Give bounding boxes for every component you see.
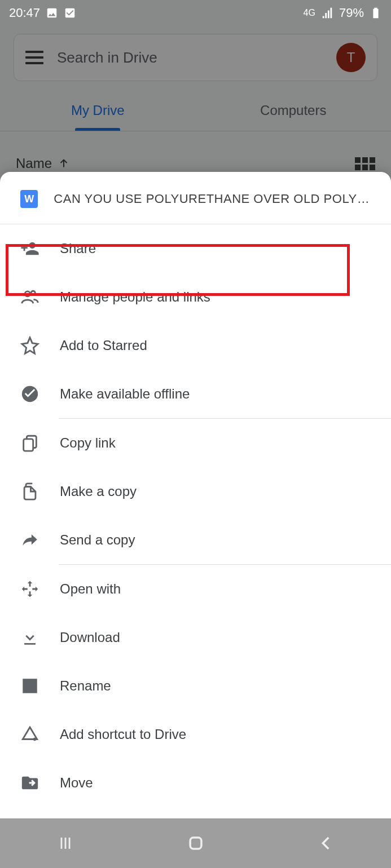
nav-back-icon[interactable] [317,834,336,853]
menu-share-label: Share [60,241,96,256]
tab-computers-label: Computers [260,103,326,118]
status-time: 20:47 [9,6,40,20]
svg-rect-5 [190,838,201,849]
menu-rename-label: Rename [60,678,111,694]
status-bar: 20:47 4G 79% [0,0,391,26]
grid-view-icon[interactable] [355,157,375,170]
drive-shortcut-icon [20,725,39,744]
divider [0,131,391,131]
svg-point-0 [25,291,30,296]
copy-link-icon [20,433,39,453]
menu-add-starred[interactable]: Add to Starred [0,321,391,370]
nav-home-icon[interactable] [186,834,205,853]
menu-send-copy[interactable]: Send a copy [0,516,391,564]
svg-point-1 [31,291,35,295]
arrow-up-icon [58,157,70,170]
battery-icon [370,7,382,19]
menu-shortcut-label: Add shortcut to Drive [60,727,186,742]
nav-recents-icon[interactable] [56,834,75,853]
rename-pencil-icon [20,676,39,696]
menu-download-label: Download [60,630,120,645]
battery-pct: 79% [339,6,364,20]
search-bar[interactable]: Search in Drive T [14,34,377,81]
menu-manage-people[interactable]: Manage people and links [0,273,391,321]
menu-manage-label: Manage people and links [60,289,210,305]
menu-share[interactable]: Share [0,224,391,273]
image-icon [46,7,58,19]
file-actions-sheet: W CAN YOU USE POLYURETHANE OVER OLD POLY… [0,172,391,868]
svg-rect-4 [24,439,33,451]
menu-star-label: Add to Starred [60,338,147,353]
sort-control[interactable]: Name [16,156,70,171]
menu-offline[interactable]: Make available offline [0,370,391,418]
menu-makecopy-label: Make a copy [60,484,137,499]
menu-add-shortcut[interactable]: Add shortcut to Drive [0,710,391,759]
menu-list: Share Manage people and links Add to Sta… [0,224,391,868]
android-nav-bar [0,818,391,868]
sheet-header: W CAN YOU USE POLYURETHANE OVER OLD POLY… [0,172,391,224]
file-title: CAN YOU USE POLYURETHANE OVER OLD POLYU.… [54,192,371,206]
menu-copylink-label: Copy link [60,435,116,451]
menu-sendcopy-label: Send a copy [60,532,135,548]
tab-computers[interactable]: Computers [196,90,392,131]
menu-offline-label: Make available offline [60,386,190,402]
send-arrow-icon [20,530,39,550]
checkbox-icon [64,7,76,19]
tab-my-drive[interactable]: My Drive [0,90,196,131]
avatar[interactable]: T [336,43,366,72]
word-doc-icon: W [20,190,38,208]
person-add-icon [20,239,39,258]
open-with-icon [20,579,39,599]
tab-my-drive-label: My Drive [71,103,125,118]
copy-file-icon [20,482,39,501]
search-placeholder: Search in Drive [57,49,323,67]
network-type: 4G [304,8,315,18]
sort-label: Name [16,156,52,171]
download-icon [20,628,39,647]
folder-move-icon [20,773,39,792]
menu-openwith-label: Open with [60,581,121,597]
star-outline-icon [20,336,39,355]
menu-move-label: Move [60,775,93,791]
offline-check-icon [20,384,39,404]
tab-bar: My Drive Computers [0,90,391,131]
menu-move[interactable]: Move [0,759,391,807]
menu-icon[interactable] [25,51,43,64]
menu-download[interactable]: Download [0,613,391,662]
menu-rename[interactable]: Rename [0,662,391,710]
people-icon [20,287,39,307]
menu-make-copy[interactable]: Make a copy [0,467,391,516]
menu-open-with[interactable]: Open with [0,565,391,613]
signal-icon [321,7,333,19]
menu-copy-link[interactable]: Copy link [0,419,391,467]
